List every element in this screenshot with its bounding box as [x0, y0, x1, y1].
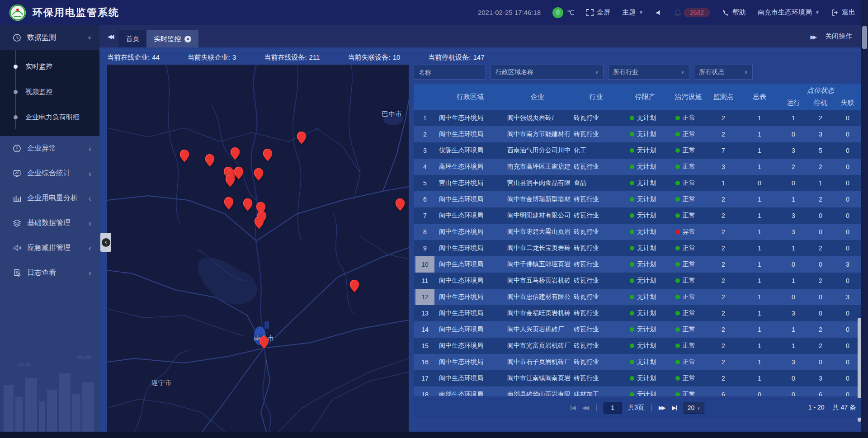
map-pin-icon[interactable]	[350, 280, 359, 292]
sidebar-item[interactable]: 日志查看‹	[0, 260, 99, 285]
map-pin-icon[interactable]	[226, 174, 235, 187]
sidebar-item[interactable]: 基础数据管理‹	[0, 211, 99, 235]
cell-production: 无计划	[622, 159, 669, 175]
cell-region: 阆中生态环境局	[436, 224, 504, 240]
map-pin-icon[interactable]	[231, 147, 240, 160]
tab-realtime-monitoring[interactable]: 实时监控 ×	[146, 30, 198, 47]
notifications[interactable]: 2632	[674, 8, 710, 17]
sidebar-item[interactable]: 企业综合统计‹	[0, 161, 99, 186]
page-size-select[interactable]: 20 ∨	[684, 402, 704, 414]
cell-offline: 0	[834, 305, 861, 321]
scroll-tabs-right-button[interactable]: ▶▶	[811, 33, 815, 40]
table-row[interactable]: 10阆中生态环境局阆中千佛镇五郎垭页岩砖瓦行业无计划正常21003	[414, 256, 861, 273]
sidebar-subitem[interactable]: 实时监控	[0, 54, 99, 79]
cell-offline: 3	[834, 289, 861, 305]
page-input[interactable]	[604, 402, 622, 414]
sidebar-subitem[interactable]: 企业电力负荷明细	[0, 104, 99, 130]
sidebar-item[interactable]: 企业异常‹	[0, 136, 99, 161]
table-row[interactable]: 18南部生态环境局南部县砖华山页岩有限公建材加工无计划正常60060	[414, 386, 861, 396]
mute-button[interactable]	[655, 9, 662, 16]
cell-points: 2	[708, 289, 739, 305]
first-page-button[interactable]: ◀	[571, 405, 576, 411]
sidebar-item[interactable]: 企业用电量分析‹	[0, 186, 99, 211]
map-canvas[interactable]: 巴中市南充市遂宁市	[107, 65, 409, 432]
status-filter-select[interactable]: 所有状态 ∨	[694, 65, 753, 80]
cell-enterprise: 阆中强锐页岩砖厂	[504, 110, 571, 126]
map-pin-icon[interactable]	[254, 168, 264, 181]
last-page-button[interactable]: ▶	[672, 405, 677, 411]
map-pin-icon[interactable]	[297, 132, 307, 144]
cell-production: 无计划	[622, 256, 669, 273]
cell-points: 7	[708, 142, 739, 159]
cell-offline: 0	[834, 240, 861, 256]
status-stat: 当前在线设备:211	[264, 53, 320, 62]
map-pin-icon[interactable]	[259, 336, 269, 349]
collapse-tabs-button[interactable]: ◀◀	[108, 32, 112, 40]
cell-region: 阆中生态环境局	[436, 110, 504, 126]
map-pin-icon[interactable]	[255, 217, 264, 229]
fullscreen-button[interactable]: 全屏	[586, 8, 610, 17]
table-row[interactable]: 2阆中生态环境局阆中市南方节能建材有砖瓦行业无计划正常21030	[414, 126, 861, 142]
map-collapse-handle[interactable]: ‹	[100, 233, 111, 252]
col-running: 运行	[780, 95, 807, 110]
cell-production: 无计划	[622, 224, 669, 240]
cell-enterprise: 阆中市南方节能建材有	[504, 126, 571, 142]
prev-page-button[interactable]: ◀◀	[582, 405, 589, 411]
industry-filter-select[interactable]: 所有行业 ∨	[608, 65, 689, 80]
map-pin-icon[interactable]	[263, 149, 273, 161]
cell-meters: 1	[739, 224, 780, 240]
map-pin-icon[interactable]	[180, 150, 189, 162]
next-page-button[interactable]: ▶▶	[659, 405, 665, 411]
org-menu[interactable]: 南充市生态环境局▼	[758, 8, 820, 17]
map-pin-icon[interactable]	[205, 154, 215, 167]
tab-home[interactable]: 首页	[118, 30, 146, 47]
sidebar-group-data-monitoring[interactable]: 数据监测 ∨	[0, 25, 99, 50]
table-row[interactable]: 8阆中生态环境局阆中市枣碧大梁山页岩砖瓦行业无计划异常21300	[414, 224, 861, 240]
theme-menu[interactable]: 主题▼	[622, 8, 643, 17]
table-row[interactable]: 3仪陇生态环境局西南油气田分公司川中化工无计划正常71350	[414, 142, 861, 159]
table-row[interactable]: 15阆中生态环境局阆中市光富页岩机砖厂砖瓦行业无计划正常21120	[414, 338, 861, 354]
table-row[interactable]: 9阆中生态环境局阆中市二龙长宝页岩砖砖瓦行业无计划正常21120	[414, 240, 861, 256]
close-operations-button[interactable]: 关闭操作	[825, 32, 852, 41]
cell-industry: 砖瓦行业	[571, 321, 622, 338]
table-row[interactable]: 13阆中生态环境局阆中市金福旺页岩机砖砖瓦行业无计划正常21300	[414, 305, 861, 321]
cell-stopped: 5	[807, 142, 834, 159]
name-filter-input[interactable]	[414, 65, 486, 80]
cell-industry: 砖瓦行业	[571, 273, 622, 289]
table-row[interactable]: 16阆中生态环境局阆中市石子页岩机砖厂砖瓦行业无计划正常21300	[414, 354, 861, 370]
map-pin-icon[interactable]	[234, 167, 244, 179]
table-row[interactable]: 12阆中生态环境局阆中市忠信建材有限公砖瓦行业无计划正常21003	[414, 289, 861, 305]
logout-button[interactable]: 退出	[831, 8, 855, 17]
sidebar-item[interactable]: 应急减排管理‹	[0, 235, 99, 260]
map-pin-icon[interactable]	[396, 198, 405, 211]
table-row[interactable]: 7阆中生态环境局阆中明阳建材有限公司砖瓦行业无计划正常21300	[414, 207, 861, 224]
status-dot-icon	[675, 344, 680, 348]
sidebar-subitem[interactable]: 视频监控	[0, 79, 99, 104]
table-row[interactable]: 14阆中生态环境局阆中大兴页岩机砖厂砖瓦行业无计划正常21120	[414, 321, 861, 338]
table-row[interactable]: 5营山生态环境局营山县润丰肉食品有限食品无计划正常10010	[414, 175, 861, 191]
page-scrollbar-thumb[interactable]	[862, 26, 867, 49]
cell-enterprise: 阆中市光富页岩机砖厂	[504, 338, 571, 354]
page-title: 环保用电监管系统	[33, 6, 119, 19]
help-button[interactable]: 帮助	[722, 8, 746, 17]
table-row[interactable]: 11阆中生态环境局阆中市五马桥页岩机砖砖瓦行业无计划正常21120	[414, 273, 861, 289]
logout-icon	[831, 9, 839, 16]
cell-offline: 0	[834, 273, 861, 289]
region-filter-select[interactable]: 行政区域名称 ∨	[491, 65, 604, 80]
cell-stopped: 2	[807, 273, 834, 289]
table-row[interactable]: 17阆中生态环境局阆中市江南镇阆南页岩砖瓦行业无计划正常21030	[414, 370, 861, 386]
status-dot-icon	[675, 311, 680, 316]
map-pin-icon[interactable]	[243, 198, 253, 211]
cell-industry: 砖瓦行业	[571, 110, 622, 126]
close-tab-icon[interactable]: ×	[184, 36, 191, 42]
map-pin-icon[interactable]	[224, 197, 234, 210]
table-row[interactable]: 6阆中生态环境局阆中市金博瑞新型墙材砖瓦行业无计划正常21120	[414, 191, 861, 207]
page-scrollbar[interactable]	[861, 0, 868, 432]
table-row[interactable]: 1阆中生态环境局阆中强锐页岩砖厂砖瓦行业无计划正常21120	[414, 110, 861, 126]
chevron-down-icon: ∨	[681, 69, 684, 75]
cell-meters: 1	[739, 321, 780, 338]
status-dot-icon	[675, 181, 680, 185]
temperature-widget: 0 ℃	[552, 7, 575, 18]
cell-offline: 0	[834, 370, 861, 386]
table-row[interactable]: 4高坪生态环境局南充市高坪区王家店建砖瓦行业无计划正常31220	[414, 159, 861, 175]
